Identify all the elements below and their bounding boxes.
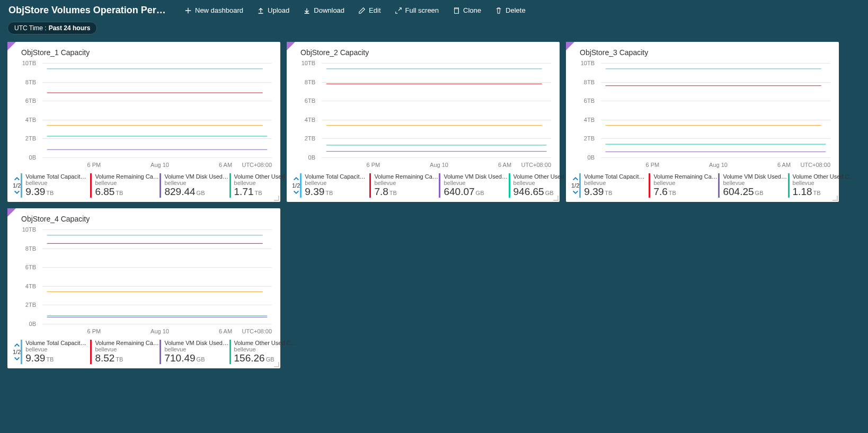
y-axis-tick: 10TB [571,60,598,66]
y-axis-tick: 2TB [13,302,39,308]
y-axis-tick: 6TB [13,98,39,104]
metric-value: 829.44GB [164,186,229,198]
legend-metric[interactable]: Volume Other Used Ca…bellevue1.18TB [788,173,857,198]
chart-panel: ObjStore_3 Capacity0B2TB4TB6TB8TB10TB6 P… [566,42,839,202]
legend-metric[interactable]: Volume Remaining Cap…bellevue7.6TB [649,173,718,198]
chevron-down-icon[interactable] [13,189,21,196]
timezone-label: UTC+08:00 [521,162,551,168]
legend-metrics: Volume Total Capacit…bellevue9.39TBVolum… [21,173,298,198]
time-range-pill[interactable]: UTC Time : Past 24 hours [7,22,97,34]
metric-name: Volume Total Capacit… [305,173,369,180]
y-axis-tick: 0B [13,154,39,161]
metric-node: bellevue [95,346,160,352]
y-axis-tick: 4TB [292,117,318,123]
metric-name: Volume Remaining Cap… [95,173,160,180]
metric-value: 7.8TB [374,186,439,198]
filter-corner-icon[interactable] [566,42,574,50]
legend-metric[interactable]: Volume Other Used Ca…bellevue156.26GB [229,340,299,364]
y-axis-tick: 10TB [13,226,39,233]
legend-metric[interactable]: Volume Total Capacit…bellevue9.39TB [300,173,369,198]
legend-metric[interactable]: Volume Remaining Cap…bellevue8.52TB [90,340,160,364]
legend-metric[interactable]: Volume Remaining Cap…bellevue7.8TB [369,173,439,198]
edit-button[interactable]: Edit [353,4,386,16]
download-label: Download [314,6,344,14]
legend-metric[interactable]: Volume VM Disk Used …bellevue710.49GB [160,340,229,364]
chevron-down-icon[interactable] [293,189,300,196]
x-axis-tick: Aug 10 [430,162,448,168]
panel-title: ObjStore_1 Capacity [7,42,280,58]
legend-metrics: Volume Total Capacit…bellevue9.39TBVolum… [21,340,298,364]
metric-node: bellevue [164,346,229,352]
chevron-up-icon[interactable] [293,175,300,182]
y-axis-tick: 6TB [571,98,598,104]
filter-corner-icon[interactable] [287,42,295,50]
filter-corner-icon[interactable] [7,208,16,217]
resize-handle[interactable] [274,196,279,201]
y-axis-tick: 2TB [571,135,598,142]
metric-value: 9.39TB [584,186,649,198]
metric-node: bellevue [95,180,160,186]
metric-node: bellevue [305,180,369,186]
metric-name: Volume VM Disk Used … [164,173,229,180]
chart-area[interactable]: 0B2TB4TB6TB8TB10TB6 PMAug 106 AMUTC+08:0… [571,60,834,171]
delete-button[interactable]: Delete [490,4,531,16]
legend-metric[interactable]: Volume VM Disk Used …bellevue829.44GB [160,173,229,198]
gridline [601,157,830,158]
resize-handle[interactable] [832,196,838,201]
x-axis-tick: 6 AM [219,328,232,334]
legend-metric[interactable]: Volume Total Capacit…bellevue9.39TB [21,340,90,364]
clone-button[interactable]: Clone [447,4,486,16]
upload-button[interactable]: Upload [252,4,295,16]
y-axis-tick: 8TB [13,245,39,252]
y-axis-tick: 2TB [13,135,39,142]
panel-title: ObjStore_4 Capacity [7,208,280,224]
metric-node: bellevue [234,346,299,352]
resize-handle[interactable] [274,362,279,367]
chart-area[interactable]: 0B2TB4TB6TB8TB10TB6 PMAug 106 AMUTC+08:0… [292,60,554,171]
chevron-up-icon[interactable] [13,341,21,349]
legend-metric[interactable]: Volume Remaining Cap…bellevue6.85TB [90,173,160,198]
legend-metric[interactable]: Volume Total Capacit…bellevue9.39TB [21,173,90,198]
y-axis-tick: 8TB [13,79,39,85]
chevron-down-icon[interactable] [13,355,21,363]
legend-metric[interactable]: Volume Total Capacit…bellevue9.39TB [579,173,649,198]
y-axis-tick: 0B [292,154,318,161]
chart-area[interactable]: 0B2TB4TB6TB8TB10TB6 PMAug 106 AMUTC+08:0… [13,226,275,338]
chevron-up-icon[interactable] [13,175,21,182]
download-icon [303,7,311,14]
legend-row: 1/2Volume Total Capacit…bellevue9.39TBVo… [287,171,560,202]
new-dashboard-button[interactable]: New dashboard [179,4,249,16]
x-axis-tick: 6 AM [219,162,232,168]
chevron-up-icon[interactable] [572,175,579,182]
legend-metric[interactable]: Volume VM Disk Used …bellevue604.25GB [718,173,787,198]
plus-icon [184,7,192,14]
delete-label: Delete [506,6,526,14]
legend-metric[interactable]: Volume VM Disk Used …bellevue640.07GB [439,173,508,198]
x-axis-tick: 6 PM [87,162,101,168]
fullscreen-button[interactable]: Full screen [389,4,445,16]
legend-row: 1/2Volume Total Capacit…bellevue9.39TBVo… [7,171,280,202]
chart-area[interactable]: 0B2TB4TB6TB8TB10TB6 PMAug 106 AMUTC+08:0… [13,60,275,171]
chevron-down-icon[interactable] [572,189,579,196]
chart-panel: ObjStore_2 Capacity0B2TB4TB6TB8TB10TB6 P… [287,42,560,202]
gridline [322,157,551,158]
legend-row: 1/2Volume Total Capacit…bellevue9.39TBVo… [566,171,839,202]
download-button[interactable]: Download [298,4,350,16]
metric-name: Volume Remaining Cap… [374,173,439,180]
metric-node: bellevue [723,180,787,186]
dashboard-title: ObjStore Volumes Operation Perfo… [8,5,167,16]
resize-handle[interactable] [553,196,559,201]
copy-icon [453,7,460,14]
filter-corner-icon[interactable] [7,42,16,50]
gridline [42,157,272,158]
fullscreen-label: Full screen [405,6,439,14]
chart-svg [322,63,551,157]
panel-grid: ObjStore_1 Capacity0B2TB4TB6TB8TB10TB6 P… [0,34,868,376]
metric-name: Volume VM Disk Used … [164,340,229,346]
y-axis-tick: 0B [13,321,39,327]
new-dashboard-label: New dashboard [195,6,243,14]
metric-name: Volume VM Disk Used … [723,173,787,180]
gridline [42,324,272,324]
chart-svg [42,63,272,157]
legend-pager: 1/2 [571,175,579,196]
